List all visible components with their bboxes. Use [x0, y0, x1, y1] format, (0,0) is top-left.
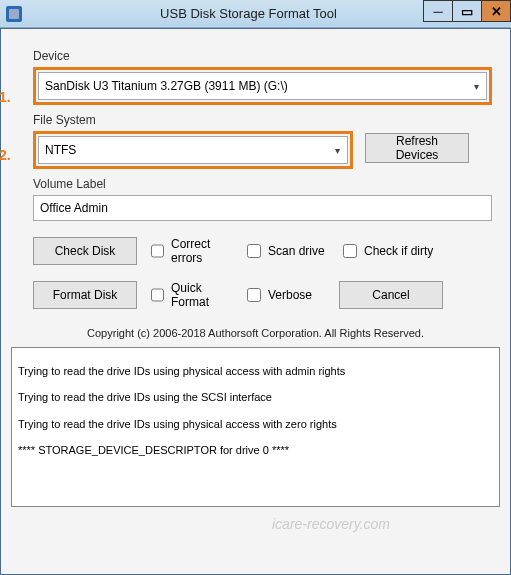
titlebar: USB Disk Storage Format Tool ─ ▭ ✕: [0, 0, 511, 28]
device-label: Device: [33, 49, 492, 63]
step-1-marker: 1.: [0, 89, 11, 105]
quick-format-label: Quick Format: [171, 281, 233, 309]
maximize-button[interactable]: ▭: [452, 0, 482, 22]
verbose-checkbox[interactable]: Verbose: [243, 285, 329, 305]
close-button[interactable]: ✕: [481, 0, 511, 22]
filesystem-highlight: NTFS ▾: [33, 131, 353, 169]
check-if-dirty-checkbox[interactable]: Check if dirty: [339, 241, 433, 261]
device-select[interactable]: SanDisk U3 Titanium 3.27GB (3911 MB) (G:…: [38, 72, 487, 100]
filesystem-select[interactable]: NTFS: [38, 136, 348, 164]
format-disk-button[interactable]: Format Disk: [33, 281, 137, 309]
device-highlight: SanDisk U3 Titanium 3.27GB (3911 MB) (G:…: [33, 67, 492, 105]
window-title: USB Disk Storage Format Tool: [26, 6, 471, 21]
window-body: 1. 2. Device SanDisk U3 Titanium 3.27GB …: [0, 28, 511, 575]
watermark: icare-recovery.com: [272, 516, 390, 532]
log-line: **** STORAGE_DEVICE_DESCRIPTOR for drive…: [18, 437, 493, 463]
step-2-marker: 2.: [0, 147, 11, 163]
scan-drive-label: Scan drive: [268, 244, 325, 258]
app-icon: [6, 6, 22, 22]
quick-format-checkbox[interactable]: Quick Format: [147, 281, 233, 309]
scan-drive-checkbox[interactable]: Scan drive: [243, 241, 329, 261]
log-line: Trying to read the drive IDs using the S…: [18, 384, 493, 410]
log-output[interactable]: Trying to read the drive IDs using physi…: [11, 347, 500, 507]
volume-label-input[interactable]: [33, 195, 492, 221]
correct-errors-label: Correct errors: [171, 237, 233, 265]
window-controls: ─ ▭ ✕: [424, 0, 511, 24]
check-if-dirty-label: Check if dirty: [364, 244, 433, 258]
correct-errors-checkbox[interactable]: Correct errors: [147, 237, 233, 265]
log-line: Trying to read the drive IDs using physi…: [18, 411, 493, 437]
volume-label-label: Volume Label: [33, 177, 492, 191]
check-disk-button[interactable]: Check Disk: [33, 237, 137, 265]
verbose-label: Verbose: [268, 288, 312, 302]
log-line: Trying to read the drive IDs using physi…: [18, 358, 493, 384]
copyright-text: Copyright (c) 2006-2018 Authorsoft Corpo…: [19, 327, 492, 339]
minimize-button[interactable]: ─: [423, 0, 453, 22]
refresh-devices-button[interactable]: Refresh Devices: [365, 133, 469, 163]
filesystem-label: File System: [33, 113, 492, 127]
cancel-button[interactable]: Cancel: [339, 281, 443, 309]
